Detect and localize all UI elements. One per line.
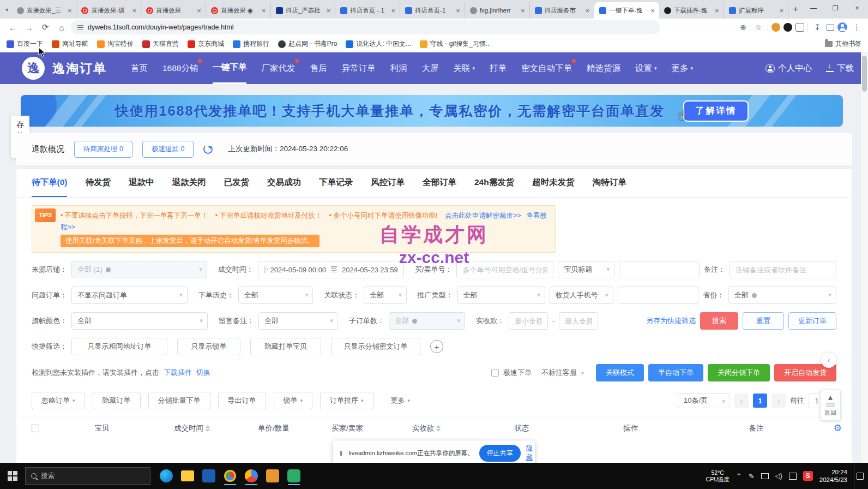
tab-close-icon[interactable]: × [68, 7, 72, 15]
quick-locked-only-button[interactable]: 只显示锁单 [177, 338, 240, 355]
taskbar-search[interactable]: 搜索 [25, 467, 150, 485]
tab-24h-ship[interactable]: 24h需发货 [474, 169, 514, 197]
nav-cipher-auto-order[interactable]: 密文自动下单 [521, 52, 572, 84]
remark-input[interactable] [730, 261, 836, 278]
receiver-phone-input[interactable] [618, 287, 698, 304]
download-plugin-link[interactable]: 下载插件 [164, 368, 192, 378]
home-icon[interactable]: ⌂ [55, 20, 69, 34]
export-orders-button[interactable]: 导出订单 [218, 392, 266, 409]
stop-sharing-button[interactable]: 停止共享 [479, 445, 521, 462]
receiver-phone-select[interactable]: 收货人手机号 [550, 287, 613, 304]
banner-cta-button[interactable]: 了解详情☝ [683, 100, 749, 122]
nav-profit[interactable]: 利润 [390, 52, 407, 84]
nav-factory-dropship[interactable]: 厂家代发 [261, 52, 295, 84]
taskbar-browser-icon[interactable] [243, 468, 260, 484]
collapse-panel-button[interactable]: ‹ [821, 353, 836, 368]
col-buyer-seller[interactable]: 买家/卖家 [312, 424, 383, 433]
new-tab-button[interactable]: + [788, 2, 803, 16]
downloads-icon[interactable]: ↧ [811, 21, 823, 33]
quick-hide-printed-button[interactable]: 隐藏打单宝贝 [250, 338, 321, 355]
browser-tab[interactable]: 抖店首页-1× [400, 2, 465, 19]
browser-tab[interactable]: fxg.jinriherr× [465, 2, 530, 19]
order-sort-button[interactable]: 订单排序▾ [320, 392, 373, 409]
assoc-status-select[interactable]: 全部 [364, 287, 406, 304]
address-bar[interactable]: dywebs.1tsoft.com/douyin-web/pages/trade… [71, 20, 660, 34]
nav-more[interactable]: 更多▾ [672, 52, 694, 84]
tab-close-icon[interactable]: × [586, 7, 590, 15]
browser-tab-active[interactable]: 一键下单-逸× [594, 2, 659, 19]
col-paid[interactable]: 实收款 [383, 424, 470, 433]
tab-all-orders[interactable]: 全部订单 [423, 169, 456, 197]
nav-print-order[interactable]: 打单 [490, 52, 507, 84]
browser-tab[interactable]: 直播效果-训× [76, 2, 141, 19]
keyboard-icon[interactable] [789, 473, 797, 480]
deal-time-range[interactable]: 2024-05-09 00:00至2024-05-23 23:59 [258, 261, 404, 278]
paid-min-input[interactable] [509, 312, 548, 330]
tab-refunding[interactable]: 退款中 [129, 169, 154, 197]
extensions-puzzle-icon[interactable] [795, 23, 804, 32]
sort-icon[interactable] [436, 425, 441, 432]
browser-tab[interactable]: 抖店_严选批× [271, 2, 336, 19]
page-scrollbar[interactable] [861, 52, 868, 463]
order-history-select[interactable]: 全部 [238, 287, 313, 304]
fast-refund-button[interactable]: 极速退款 0 [142, 141, 194, 158]
back-to-top-widget[interactable]: ▲ 返回 [820, 390, 841, 421]
sort-icon[interactable] [206, 425, 210, 432]
bookmark-item[interactable]: 网址导航 [52, 39, 88, 49]
chevron-down-icon[interactable]: ▾ [581, 370, 584, 376]
profile-avatar[interactable] [837, 22, 847, 32]
taskbar-explorer-icon[interactable] [179, 468, 196, 484]
minimize-button[interactable]: — [803, 0, 824, 16]
title-field-select[interactable]: 宝贝标题 [558, 261, 614, 278]
add-quick-filter-button[interactable]: + [430, 340, 443, 353]
tray-expand-icon[interactable]: ⌃ [736, 472, 742, 480]
tab-pending-order[interactable]: 待下单(0) [32, 169, 67, 197]
pending-merchant-button[interactable]: 待商家处理 0 [74, 141, 132, 158]
col-actions[interactable]: 操作 [574, 424, 688, 433]
semi-auto-order-button[interactable]: 半自动下单 [648, 364, 703, 381]
promo-banner[interactable]: 快使用1688代发推单吧！支持手机大单量推单，专属私密价，无需解密平台面单直发 … [21, 95, 843, 127]
message-remark-select[interactable]: 全部 [258, 312, 338, 330]
speaker-icon[interactable]: ◁) [775, 472, 782, 480]
quick-same-address-button[interactable]: 只显示相同地址订单 [71, 338, 167, 355]
taskbar-notes-icon[interactable] [264, 468, 281, 484]
switch-link[interactable]: 切换 [196, 368, 210, 378]
nav-big-screen[interactable]: 大屏 [421, 52, 438, 84]
reset-button[interactable]: 重置 [743, 312, 784, 330]
bookmark-item[interactable]: 说化达人: 中国文... [346, 39, 411, 49]
province-select[interactable]: 全部 [728, 287, 836, 304]
cpu-temp[interactable]: 52°CCPU温度 [706, 469, 730, 482]
tab-close-icon[interactable]: × [780, 7, 784, 15]
speed-order-checkbox[interactable] [491, 369, 499, 377]
source-shop-select[interactable]: 全部 (1) [71, 261, 207, 278]
reload-icon[interactable]: ⟳ [38, 20, 52, 34]
tab-close-icon[interactable]: × [650, 7, 655, 15]
forward-icon[interactable]: → [22, 20, 36, 34]
sidebar-icon[interactable] [827, 25, 834, 31]
next-page-button[interactable]: › [771, 393, 786, 408]
taskbar-chrome-icon[interactable] [222, 468, 238, 484]
bookmark-item[interactable]: 守线 - gif搜集_习惯.. [420, 39, 490, 49]
suborder-count-select[interactable]: 全部 [389, 312, 465, 330]
bookmark-item[interactable]: 天猫直营 [142, 39, 179, 49]
tab-taote-orders[interactable]: 淘特订单 [593, 169, 626, 197]
tab-close-icon[interactable]: × [132, 7, 137, 15]
tab-close-icon[interactable]: × [197, 7, 201, 15]
bookmark-item[interactable]: 京东商城 [188, 39, 224, 49]
restore-button[interactable]: ❐ [824, 0, 846, 16]
nav-home[interactable]: 首页 [131, 52, 148, 84]
column-settings-gear-icon[interactable]: ⚙ [834, 422, 842, 434]
browser-tab[interactable]: 扩展程序× [724, 2, 789, 19]
browser-tab[interactable]: 直播效果× [141, 2, 206, 19]
tab-shipped[interactable]: 已发货 [224, 169, 249, 197]
browser-tab[interactable]: 直播效果 ◉× [206, 2, 271, 19]
taskbar-wechat-icon[interactable] [286, 468, 302, 484]
col-remark[interactable]: 备注 [688, 424, 824, 433]
col-deal-time[interactable]: 成交时间 [148, 424, 236, 433]
title-keyword-input[interactable] [619, 261, 700, 278]
nav-settings[interactable]: 设置▾ [635, 52, 657, 84]
display-icon[interactable] [761, 473, 769, 479]
current-page[interactable]: 1 [753, 393, 767, 408]
bookmark-item[interactable]: 百度一下 [7, 39, 43, 49]
col-product[interactable]: 宝贝 [56, 424, 148, 433]
